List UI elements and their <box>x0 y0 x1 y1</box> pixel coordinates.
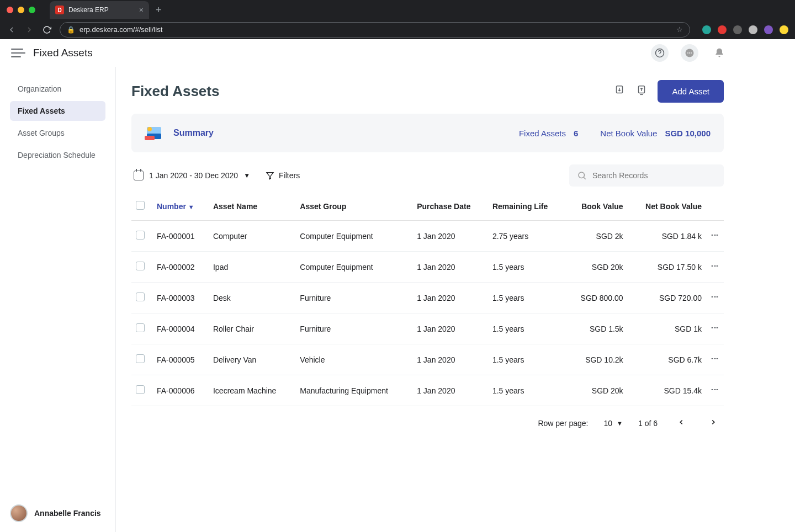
bell-icon[interactable] <box>711 44 728 62</box>
cell-net: SGD 17.50 k <box>628 252 706 283</box>
sidebar-item-asset-groups[interactable]: Asset Groups <box>10 123 105 143</box>
col-asset-group[interactable]: Asset Group <box>295 192 412 221</box>
table-row[interactable]: FA-000004Roller ChairFurniture1 Jan 2020… <box>131 313 724 344</box>
user-profile[interactable]: Annabelle Francis <box>0 494 115 532</box>
page-range: 1 of 6 <box>638 419 658 428</box>
col-book-value[interactable]: Book Value <box>565 192 627 221</box>
table-row[interactable]: FA-000006Icecream MachineManufacturing E… <box>131 375 724 406</box>
cell-name: Icecream Machine <box>209 375 295 406</box>
cell-name: Computer <box>209 221 295 252</box>
cell-book: SGD 10.2k <box>565 344 627 375</box>
profile-icon[interactable] <box>764 25 773 34</box>
col-asset-name[interactable]: Asset Name <box>209 192 295 221</box>
col-remaining-life[interactable]: Remaining Life <box>488 192 565 221</box>
col-net-book-value[interactable]: Net Book Value <box>628 192 706 221</box>
table-row[interactable]: FA-000003DeskFurniture1 Jan 20201.5 year… <box>131 283 724 313</box>
menu-icon[interactable] <box>11 49 25 57</box>
cell-date: 1 Jan 2020 <box>412 313 488 344</box>
maximize-window-icon[interactable] <box>29 7 35 13</box>
reload-icon[interactable] <box>42 25 52 34</box>
chevron-down-icon: ▼ <box>617 420 623 427</box>
extension-icon[interactable] <box>780 25 788 34</box>
row-checkbox[interactable] <box>136 354 145 363</box>
filters-button[interactable]: Filters <box>266 171 300 180</box>
cell-life: 1.5 years <box>488 283 565 313</box>
cell-date: 1 Jan 2020 <box>412 283 488 313</box>
browser-chrome: D Deskera ERP × + 🔒 erp.deskera.com/#/se… <box>0 0 795 39</box>
cell-net: SGD 1k <box>628 313 706 344</box>
cell-number: FA-000002 <box>152 252 209 283</box>
row-checkbox[interactable] <box>136 262 145 270</box>
browser-tab[interactable]: D Deskera ERP × <box>50 1 149 19</box>
back-icon[interactable] <box>7 25 17 34</box>
cell-number: FA-000006 <box>152 375 209 406</box>
row-menu-icon[interactable]: ⋮ <box>711 355 719 363</box>
page-title: Fixed Assets <box>131 83 219 100</box>
cell-book: SGD 20k <box>565 252 627 283</box>
avatar-icon <box>10 504 28 522</box>
cell-book: SGD 2k <box>565 221 627 252</box>
forward-icon[interactable] <box>24 25 34 34</box>
star-icon[interactable]: ☆ <box>676 25 683 34</box>
search-input[interactable] <box>592 171 716 180</box>
row-checkbox[interactable] <box>136 292 145 301</box>
url-input[interactable]: 🔒 erp.deskera.com/#/sell/list ☆ <box>60 22 690 38</box>
rows-per-page-label: Row per page: <box>538 419 588 428</box>
row-menu-icon[interactable]: ⋮ <box>711 293 719 301</box>
sidebar-item-fixed-assets[interactable]: Fixed Assets <box>10 101 105 121</box>
select-all-checkbox[interactable] <box>136 201 145 210</box>
cell-date: 1 Jan 2020 <box>412 375 488 406</box>
row-menu-icon[interactable]: ⋮ <box>711 386 719 394</box>
export-icon[interactable] <box>635 84 648 99</box>
row-checkbox[interactable] <box>136 323 145 332</box>
table-row[interactable]: FA-000001ComputerComputer Equipment1 Jan… <box>131 221 724 252</box>
col-number[interactable]: Number ▼ <box>152 192 209 221</box>
cell-life: 1.5 years <box>488 313 565 344</box>
rows-per-page-select[interactable]: 10 ▼ <box>604 419 623 428</box>
import-icon[interactable] <box>613 84 626 99</box>
cell-date: 1 Jan 2020 <box>412 344 488 375</box>
cell-date: 1 Jan 2020 <box>412 252 488 283</box>
cell-net: SGD 1.84 k <box>628 221 706 252</box>
row-checkbox[interactable] <box>136 231 145 240</box>
help-icon[interactable] <box>651 44 669 62</box>
extension-icon[interactable] <box>702 25 711 34</box>
app-window: Fixed Assets OrganizationFixed AssetsAss… <box>0 39 739 532</box>
row-checkbox[interactable] <box>136 385 145 394</box>
cell-name: Roller Chair <box>209 313 295 344</box>
search-box[interactable] <box>569 164 724 187</box>
table-row[interactable]: FA-000005Delivery VanVehicle1 Jan 20201.… <box>131 344 724 375</box>
cell-book: SGD 1.5k <box>565 313 627 344</box>
extension-icon[interactable] <box>733 25 742 34</box>
row-menu-icon[interactable]: ⋮ <box>711 324 719 332</box>
sidebar-item-depreciation-schedule[interactable]: Depreciation Schedule <box>10 145 105 165</box>
close-tab-icon[interactable]: × <box>139 6 144 14</box>
row-menu-icon[interactable]: ⋮ <box>711 231 719 240</box>
cell-net: SGD 15.4k <box>628 375 706 406</box>
col-purchase-date[interactable]: Purchase Date <box>412 192 488 221</box>
cell-group: Furniture <box>295 283 412 313</box>
svg-point-3 <box>687 52 688 54</box>
row-menu-icon[interactable]: ⋮ <box>711 262 719 270</box>
cell-number: FA-000001 <box>152 221 209 252</box>
date-range-picker[interactable]: 1 Jan 2020 - 30 Dec 2020 ▼ <box>131 167 252 184</box>
table-row[interactable]: FA-000002IpadComputer Equipment1 Jan 202… <box>131 252 724 283</box>
cell-name: Desk <box>209 283 295 313</box>
svg-rect-11 <box>145 136 155 140</box>
extension-icon[interactable] <box>749 25 757 34</box>
minimize-window-icon[interactable] <box>18 7 24 13</box>
new-tab-button[interactable]: + <box>156 4 162 16</box>
close-window-icon[interactable] <box>7 7 13 13</box>
cell-group: Furniture <box>295 313 412 344</box>
filters-label: Filters <box>279 171 300 180</box>
prev-page-button[interactable] <box>673 417 690 429</box>
next-page-button[interactable] <box>705 417 722 429</box>
main-content: Fixed Assets Add Asset Summary Fixed Ass… <box>116 67 739 532</box>
chat-icon[interactable] <box>681 44 698 62</box>
stat-label: Fixed Assets <box>519 129 566 138</box>
sidebar-item-organization[interactable]: Organization <box>10 79 105 99</box>
add-asset-button[interactable]: Add Asset <box>658 80 724 103</box>
extension-icon[interactable] <box>718 25 727 34</box>
window-controls <box>4 7 40 13</box>
cell-number: FA-000003 <box>152 283 209 313</box>
